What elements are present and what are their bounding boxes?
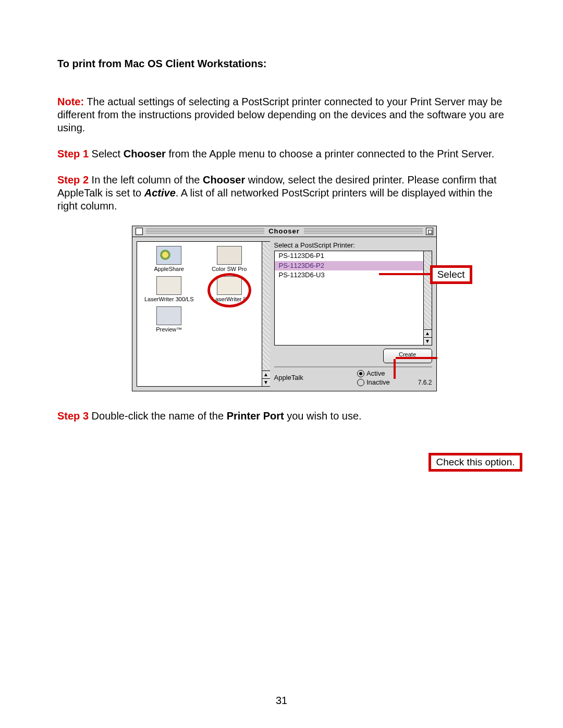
annotation-check-callout: Check this option.	[429, 453, 522, 472]
driver-preview[interactable]: Preview™	[139, 305, 200, 336]
appleshare-icon	[156, 246, 181, 265]
printer-pane: Select a PostScript Printer: PS-1123D6-P…	[274, 241, 432, 387]
printer-item-selected[interactable]: PS-1123D6-P2	[275, 261, 423, 270]
printer-icon	[217, 246, 242, 265]
zoom-box-icon[interactable]	[426, 228, 433, 235]
version-label: 7.6.2	[418, 379, 432, 387]
step-1-paragraph: Step 1 Select Chooser from the Apple men…	[57, 147, 511, 161]
step-3-label: Step 3	[57, 410, 89, 422]
step-2-bold-active: Active	[144, 187, 176, 199]
printer-list-label: Select a PostScript Printer:	[274, 241, 432, 251]
step-2-paragraph: Step 2 In the left column of the Chooser…	[57, 174, 511, 213]
step-2-label: Step 2	[57, 174, 89, 186]
note-label: Note:	[57, 96, 84, 107]
printer-icon	[156, 276, 181, 295]
step-2-bold-chooser: Chooser	[203, 174, 245, 186]
titlebar-texture	[304, 228, 423, 235]
annotation-select-callout: Select	[430, 265, 472, 284]
annotation-line	[396, 357, 437, 359]
appletalk-label: AppleTalk	[274, 374, 303, 382]
window-titlebar: Chooser	[132, 226, 436, 237]
chooser-window: Chooser AppleShare Color SW Pro	[132, 226, 437, 391]
screenshot-wrapper: Chooser AppleShare Color SW Pro	[57, 226, 511, 391]
close-box-icon[interactable]	[136, 228, 143, 235]
radio-checked-icon	[357, 370, 364, 377]
create-button[interactable]: Create	[383, 349, 432, 363]
scroll-down-icon[interactable]: ▼	[424, 337, 432, 345]
driver-laserwriter-8[interactable]: LaserWriter 8	[199, 275, 260, 305]
page-number: 31	[276, 694, 287, 707]
printer-item[interactable]: PS-1123D6-P1	[275, 251, 423, 261]
annotation-line	[379, 273, 431, 275]
step-1-bold-chooser: Chooser	[124, 148, 166, 159]
titlebar-texture	[146, 228, 265, 235]
printer-icon	[217, 276, 242, 295]
driver-list-pane: AppleShare Color SW Pro LaserWriter 300/…	[137, 241, 270, 387]
note-text: The actual settings of selecting a PostS…	[57, 96, 504, 133]
note-paragraph: Note: The actual settings of selecting a…	[57, 95, 511, 134]
annotation-line	[394, 359, 396, 379]
appletalk-inactive-radio[interactable]: Inactive	[357, 378, 390, 387]
appletalk-row: AppleTalk Active Inactive 7.6.2	[274, 369, 432, 387]
divider	[274, 366, 432, 367]
section-heading: To print from Mac OS Client Workstations…	[57, 57, 511, 70]
driver-laserwriter-300[interactable]: LaserWriter 300/LS	[139, 275, 200, 305]
driver-appleshare[interactable]: AppleShare	[139, 245, 200, 275]
step-3-bold-printer-port: Printer Port	[227, 410, 284, 422]
step-3-paragraph: Step 3 Double-click the name of the Prin…	[57, 410, 511, 423]
scroll-up-icon[interactable]: ▲	[424, 329, 432, 337]
radio-unchecked-icon	[357, 379, 364, 386]
printer-list: PS-1123D6-P1 PS-1123D6-P2 PS-1123D6-U3 ▲…	[274, 251, 432, 346]
monitor-icon	[156, 306, 181, 325]
scroll-up-icon[interactable]: ▲	[262, 371, 270, 378]
window-title: Chooser	[264, 227, 304, 236]
document-page: To print from Mac OS Client Workstations…	[0, 0, 563, 728]
chooser-body: AppleShare Color SW Pro LaserWriter 300/…	[132, 237, 436, 391]
scroll-down-icon[interactable]: ▼	[262, 378, 270, 386]
left-scrollbar[interactable]: ▲ ▼	[262, 242, 270, 386]
appletalk-active-radio[interactable]: Active	[357, 369, 390, 378]
step-1-label: Step 1	[57, 148, 89, 159]
driver-color-sw-pro[interactable]: Color SW Pro	[199, 245, 260, 275]
